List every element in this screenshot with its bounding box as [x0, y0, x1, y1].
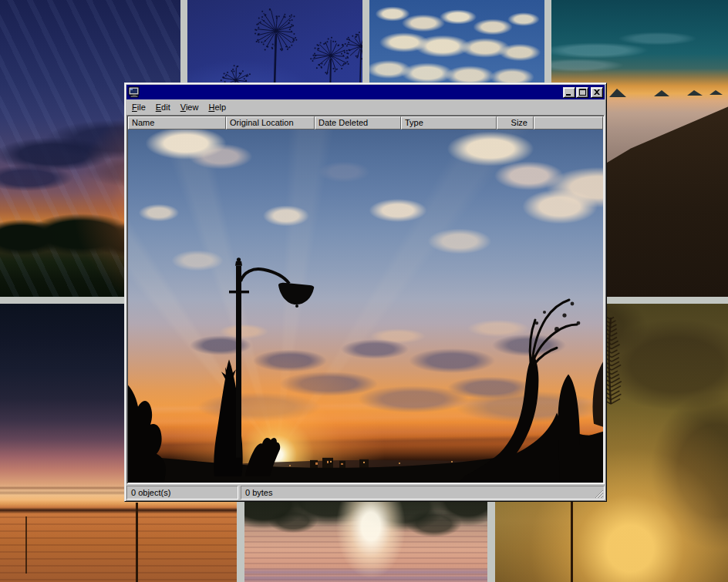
title-bar[interactable] — [126, 85, 605, 99]
menu-item-view[interactable]: View — [176, 100, 204, 114]
menu-item-edit[interactable]: Edit — [151, 100, 176, 114]
street-lamp-silhouette — [229, 257, 314, 458]
column-header-name[interactable]: Name — [128, 116, 226, 130]
distant-pole — [571, 501, 573, 582]
photo-silhouettes — [128, 130, 603, 483]
column-header-label: Name — [132, 118, 154, 127]
column-header-label: Original Location — [230, 118, 294, 127]
menu-bar: FileEditViewHelp — [126, 99, 605, 115]
water-streaks — [0, 510, 237, 582]
status-objects-pane: 0 object(s) — [126, 486, 238, 500]
recycle-bin-window: FileEditViewHelp NameOriginal LocationDa… — [124, 82, 607, 502]
column-header-original-location[interactable]: Original Location — [226, 116, 315, 130]
status-objects-text: 0 object(s) — [131, 488, 170, 497]
status-bar: 0 object(s) 0 bytes — [126, 486, 605, 500]
wispy-tree-silhouette — [530, 300, 577, 365]
status-bytes-text: 0 bytes — [245, 488, 272, 497]
column-header-date-deleted[interactable]: Date Deleted — [315, 116, 401, 130]
close-icon — [594, 89, 600, 95]
column-header-type[interactable]: Type — [401, 116, 497, 130]
recycle-bin-list-area[interactable] — [128, 130, 603, 483]
column-header-filler[interactable] — [534, 116, 603, 130]
maximize-icon — [579, 89, 586, 96]
minimize-icon — [566, 93, 572, 96]
shore-pole — [136, 503, 138, 582]
column-header-row: NameOriginal LocationDate DeletedTypeSiz… — [128, 116, 603, 130]
column-header-label: Type — [405, 118, 423, 127]
minimize-button[interactable] — [563, 87, 575, 98]
column-header-label: Size — [511, 118, 527, 127]
maximize-button[interactable] — [576, 87, 588, 98]
shore-stick — [25, 516, 27, 574]
column-header-label: Date Deleted — [318, 118, 368, 127]
menu-item-file[interactable]: File — [127, 100, 151, 114]
status-bytes-pane: 0 bytes — [241, 486, 605, 500]
menu-item-help[interactable]: Help — [204, 100, 231, 114]
resize-grip-icon[interactable] — [594, 489, 604, 499]
close-button[interactable] — [591, 87, 603, 98]
desktop-screen: FileEditViewHelp NameOriginal LocationDa… — [0, 0, 728, 582]
computer-icon[interactable] — [128, 86, 140, 99]
column-header-size[interactable]: Size — [497, 116, 534, 130]
list-view-frame: NameOriginal LocationDate DeletedTypeSiz… — [126, 115, 605, 484]
